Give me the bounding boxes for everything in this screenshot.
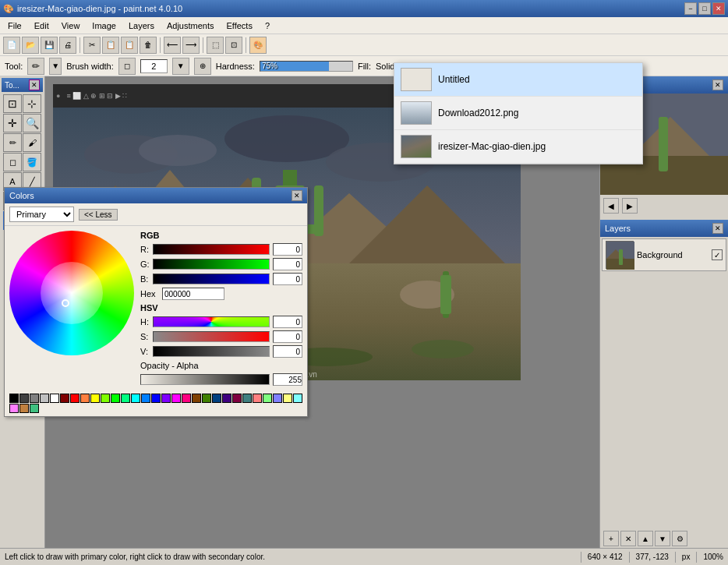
palette-color-cell[interactable] [273,394,282,403]
palette-color-cell[interactable] [9,404,19,413]
palette-color-cell[interactable] [40,394,49,403]
maximize-button[interactable]: □ [698,2,711,15]
b-input[interactable] [273,273,302,285]
palette-color-cell[interactable] [121,394,130,403]
nav-forward-button[interactable]: ▶ [622,198,638,214]
opacity-input[interactable] [273,373,302,386]
palette-color-cell[interactable] [70,394,80,403]
palette-color-cell[interactable] [192,394,201,403]
file-item-iresizer[interactable]: iresizer-Mac-giao-dien.jpg [394,130,642,164]
palette-color-cell[interactable] [212,394,221,403]
layers-close-button[interactable]: ✕ [712,223,723,234]
new-button[interactable]: 📄 [3,37,20,54]
add-layer-button[interactable]: + [603,531,619,546]
hex-input[interactable] [162,288,224,300]
v-slider[interactable] [153,346,270,357]
h-input[interactable] [273,316,302,328]
palette-color-cell[interactable] [80,394,90,403]
palette-color-cell[interactable] [50,394,59,403]
h-slider[interactable] [153,316,270,327]
color-button[interactable]: 🎨 [249,37,267,54]
file-item-download2012[interactable]: Download2012.png [394,97,642,130]
tool-fill[interactable]: 🪣 [23,153,41,171]
tool-selection-lasso[interactable]: ⊹ [23,94,41,113]
palette-color-cell[interactable] [283,394,292,403]
close-button[interactable]: ✕ [712,2,725,15]
toolbox-close[interactable]: ✕ [29,79,40,90]
palette-color-cell[interactable] [30,404,39,413]
palette-color-cell[interactable] [232,394,242,403]
title-bar-controls[interactable]: − □ ✕ [684,2,725,15]
delete-button[interactable]: 🗑 [140,37,157,54]
color-wheel-container[interactable] [9,231,134,355]
b-slider[interactable] [153,274,270,284]
palette-color-cell[interactable] [101,394,110,403]
palette-color-cell[interactable] [202,394,211,403]
palette-color-cell[interactable] [293,394,302,403]
menu-image[interactable]: Image [86,19,122,32]
g-slider[interactable] [153,259,270,270]
r-slider[interactable] [153,244,270,255]
select-all-button[interactable]: ⊡ [225,37,242,54]
palette-color-cell[interactable] [111,394,120,403]
less-button[interactable]: << Less [79,209,118,221]
s-input[interactable] [273,330,302,343]
colors-close-button[interactable]: ✕ [292,190,302,201]
palette-color-cell[interactable] [19,394,29,403]
tool-selection-rectangle[interactable]: ⊡ [3,94,22,113]
brush-increase[interactable]: ▼ [172,58,189,75]
palette-color-cell[interactable] [161,394,171,403]
open-button[interactable]: 📂 [22,37,39,54]
color-wheel[interactable] [9,231,134,355]
nav-back-button[interactable]: ◀ [603,198,619,214]
palette-color-cell[interactable] [9,394,19,403]
print-button[interactable]: 🖨 [59,37,76,54]
v-input[interactable] [273,345,302,358]
palette-color-cell[interactable] [90,394,100,403]
brush-width-input[interactable] [140,59,168,73]
paste-button[interactable]: 📋 [121,37,138,54]
delete-layer-button[interactable]: ✕ [620,531,636,546]
opacity-slider[interactable] [140,374,270,385]
menu-effects[interactable]: Effects [221,19,259,32]
palette-color-cell[interactable] [242,394,252,403]
minimize-button[interactable]: − [684,2,697,15]
palette-color-cell[interactable] [19,404,29,413]
save-button[interactable]: 💾 [41,37,58,54]
palette-color-cell[interactable] [222,394,231,403]
copy-button[interactable]: 📋 [102,37,119,54]
cut-button[interactable]: ✂ [83,37,101,54]
palette-color-cell[interactable] [182,394,191,403]
layer-visibility-check[interactable]: ✓ [712,249,723,260]
redo-button[interactable]: ⟶ [182,37,200,54]
tool-paintbrush[interactable]: 🖌 [23,133,41,152]
palette-color-cell[interactable] [131,394,140,403]
palette-color-cell[interactable] [171,394,181,403]
palette-color-cell[interactable] [60,394,69,403]
menu-adjustments[interactable]: Adjustments [161,19,221,32]
file-item-untitled[interactable]: Untitled [394,63,642,97]
s-slider[interactable] [153,331,270,342]
g-input[interactable] [273,258,302,270]
menu-view[interactable]: View [55,19,87,32]
menu-edit[interactable]: Edit [28,19,55,32]
color-mode-select[interactable]: Primary Secondary [9,207,74,222]
tool-select[interactable]: ▼ [49,58,62,75]
crop-button[interactable]: ⬚ [207,37,224,54]
tool-pencil[interactable]: ✏ [3,133,22,152]
palette-color-cell[interactable] [253,394,262,403]
layer-down-button[interactable]: ▼ [655,531,670,546]
palette-color-cell[interactable] [263,394,272,403]
menu-layers[interactable]: Layers [122,19,161,32]
tool-zoom[interactable]: 🔍 [23,114,41,132]
palette-color-cell[interactable] [141,394,150,403]
tool-move[interactable]: ✛ [3,114,22,132]
palette-color-cell[interactable] [151,394,161,403]
tool-eraser[interactable]: ◻ [3,153,22,171]
menu-file[interactable]: File [2,19,28,32]
layer-item-background[interactable]: Background ✓ [602,238,726,271]
r-input[interactable] [273,243,302,256]
brush-link[interactable]: ⊕ [194,58,211,75]
palette-color-cell[interactable] [30,394,39,403]
menu-help[interactable]: ? [259,19,276,32]
